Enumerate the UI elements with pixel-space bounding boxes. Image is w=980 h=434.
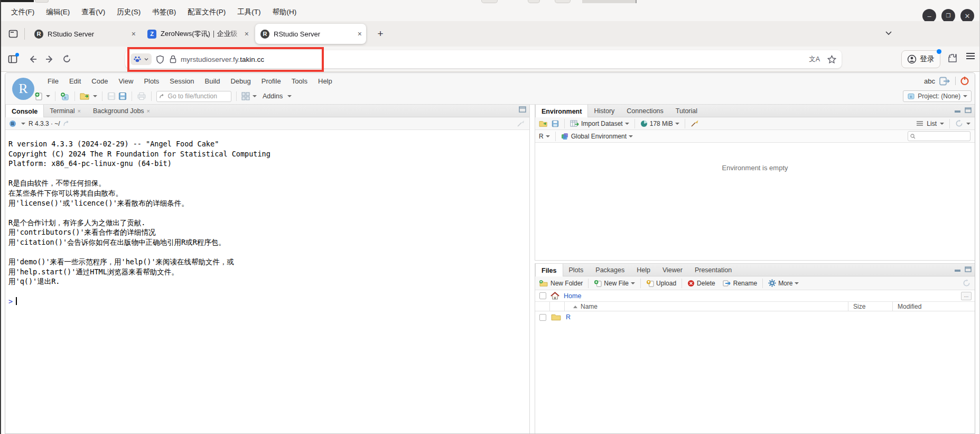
maximize-pane-icon[interactable] [519,106,526,113]
maximize-pane-icon[interactable] [965,107,972,113]
pane-tab[interactable]: Help [631,264,657,276]
column-header-size[interactable]: Size [853,303,865,310]
close-tab-icon[interactable]: × [358,30,362,38]
pane-tab[interactable]: Presentation [689,264,738,276]
more-button[interactable]: More [768,279,799,287]
new-project-icon[interactable]: R [60,92,70,101]
rstudio-menu-item[interactable]: Code [86,75,113,87]
translate-icon[interactable]: 文A [809,55,820,64]
refresh-icon[interactable] [955,119,963,127]
save-all-icon[interactable] [118,92,127,100]
new-file-icon[interactable] [34,92,43,101]
environment-search-box[interactable] [908,131,970,141]
pane-tab[interactable]: Console [5,105,44,118]
sign-out-icon[interactable] [939,77,951,86]
extension-permission-pill[interactable] [130,53,152,65]
bookmark-star-icon[interactable] [827,55,836,64]
app-menu-icon[interactable] [966,53,975,59]
file-name-link[interactable]: R [566,313,571,321]
clear-environment-icon[interactable] [690,120,699,127]
browser-menu-item[interactable]: 查看(V) [76,5,111,19]
load-workspace-icon[interactable] [539,120,548,127]
list-all-tabs-icon[interactable] [884,29,893,37]
refresh-icon[interactable] [963,279,970,287]
goto-file-function-box[interactable] [156,91,231,102]
delete-button[interactable]: Delete [687,280,715,287]
close-tab-icon[interactable]: × [78,108,81,114]
close-tab-icon[interactable]: × [132,30,136,38]
view-mode-label[interactable]: List [927,120,937,127]
scope-selector[interactable]: Global Environment [561,133,633,140]
pane-tab[interactable]: Plots [563,264,590,276]
new-file-button[interactable]: New File [594,280,635,287]
column-header-modified[interactable]: Modified [898,303,921,310]
minimize-pane-icon[interactable] [954,108,961,113]
pane-tab[interactable]: Files [535,264,563,277]
chevron-down-icon[interactable] [21,123,25,125]
quit-session-icon[interactable] [960,76,969,86]
browser-menu-item[interactable]: 历史(S) [111,5,146,19]
firefox-view-icon[interactable] [4,25,22,43]
lock-icon[interactable] [170,55,176,63]
column-header-name[interactable]: Name [573,303,598,310]
file-row[interactable]: R [535,311,975,323]
rstudio-menu-item[interactable]: File [42,75,64,87]
upload-button[interactable]: Upload [646,280,676,287]
chevron-down-icon[interactable] [287,95,292,97]
console-output[interactable]: R version 4.3.3 (2024-02-29) -- "Angel F… [5,130,529,306]
open-file-icon[interactable] [80,92,90,100]
goto-file-function-input[interactable] [168,93,228,100]
url-text[interactable]: myrstudioserver.fy.takin.cc [181,56,809,63]
session-link-icon[interactable] [63,121,71,126]
pane-tab[interactable]: Tutorial [670,105,704,117]
close-tab-icon[interactable]: × [245,30,249,38]
chevron-down-icon[interactable] [253,95,257,97]
chevron-down-icon[interactable] [966,123,970,125]
pane-tab[interactable]: Background Jobs× [87,105,156,117]
save-workspace-icon[interactable] [552,120,559,127]
pane-tab[interactable]: Viewer [657,264,689,276]
chevron-down-icon[interactable] [940,123,944,125]
clear-console-icon[interactable] [517,120,525,127]
import-dataset-button[interactable]: Import Dataset [570,120,629,127]
console-prompt-line[interactable]: > [8,297,525,307]
pane-tab[interactable]: Packages [590,264,631,276]
sidebar-toggle-icon[interactable] [4,51,21,68]
select-all-checkbox[interactable] [539,292,546,299]
extensions-icon[interactable] [947,53,958,63]
breadcrumb-home-link[interactable]: Home [564,292,581,300]
browser-menu-item[interactable]: 文件(F) [5,5,40,19]
chevron-down-icon[interactable] [46,95,50,97]
back-icon[interactable] [24,51,41,68]
browser-tab-rstudio-1[interactable]: R RStudio Server × [29,24,140,44]
rename-button[interactable]: Rename [723,280,757,287]
rstudio-menu-item[interactable]: Edit [64,75,86,87]
rstudio-menu-item[interactable]: Debug [225,75,256,87]
memory-usage-button[interactable]: 178 MiB [640,120,679,127]
browser-menu-item[interactable]: 书签(B) [146,5,182,19]
list-view-icon[interactable] [916,121,923,126]
browser-tab-zeronews[interactable]: Z ZeroNews(零讯)｜企业级 × [142,24,253,44]
rstudio-menu-item[interactable]: Profile [256,75,286,87]
new-tab-button[interactable]: + [372,26,388,42]
pane-tab[interactable]: Connections [621,105,670,117]
minimize-pane-icon[interactable] [954,267,961,272]
rstudio-menu-item[interactable]: Build [200,75,226,87]
browser-menu-item[interactable]: 工具(T) [231,5,266,19]
rstudio-menu-item[interactable]: View [113,75,138,87]
home-icon[interactable] [550,292,559,300]
forward-icon[interactable] [41,51,58,68]
more-columns-button[interactable]: ... [961,292,972,300]
project-selector-button[interactable]: R Project: (None) [903,90,972,102]
workspace-panes-icon[interactable] [241,92,250,100]
chevron-down-icon[interactable] [93,95,97,97]
new-folder-button[interactable]: New Folder [539,280,583,287]
browser-menu-item[interactable]: 帮助(H) [267,5,303,19]
pane-tab[interactable]: History [588,105,621,117]
signin-button[interactable]: 登录 [901,50,940,68]
rstudio-menu-item[interactable]: Session [164,75,199,87]
shield-icon[interactable] [156,55,164,64]
rstudio-menu-item[interactable]: Help [313,75,338,87]
row-checkbox[interactable] [539,314,546,321]
pane-tab[interactable]: Environment [535,105,588,118]
